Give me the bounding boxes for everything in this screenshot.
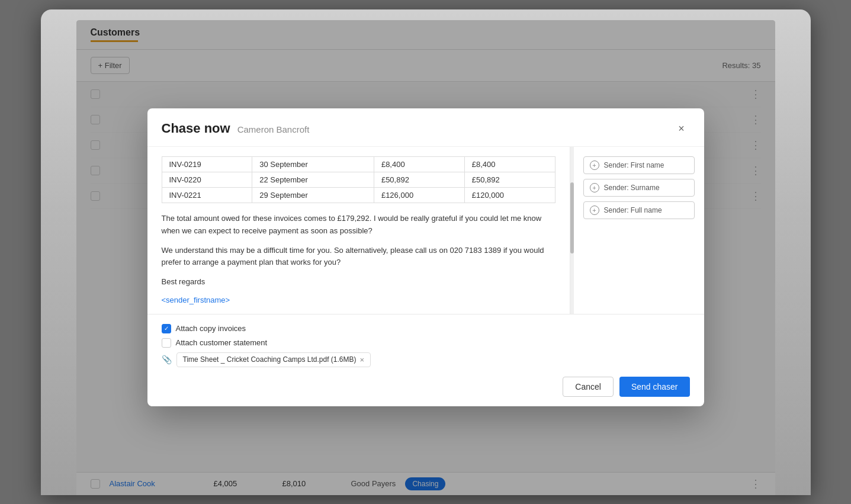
invoice-cell-outstanding: £120,000 — [464, 188, 555, 203]
invoice-table-row: INV-022129 September£126,000£120,000 — [162, 188, 555, 203]
attachments-section: Attach copy invoices Attach customer sta… — [162, 324, 690, 367]
plus-circle-icon: + — [590, 160, 599, 170]
email-sender-placeholder: <sender_firstname> — [162, 296, 555, 304]
modal-title-group: Chase now Cameron Bancroft — [162, 121, 310, 136]
invoice-cell-outstanding: £50,892 — [464, 172, 555, 188]
modal-subtitle: Cameron Bancroft — [237, 124, 310, 134]
attach-customer-statement-row: Attach customer statement — [162, 338, 690, 348]
file-tag: Time Sheet _ Cricket Coaching Camps Ltd.… — [176, 352, 371, 367]
file-name: Time Sheet _ Cricket Coaching Camps Ltd.… — [183, 355, 357, 364]
paperclip-icon: 📎 — [162, 355, 172, 364]
modal-header: Chase now Cameron Bancroft × — [147, 108, 704, 147]
scroll-track — [570, 147, 574, 314]
modal-left-content: INV-021930 September£8,400£8,400INV-0220… — [147, 147, 570, 314]
email-salutation: Best regards — [162, 276, 555, 288]
attach-copy-invoices-label: Attach copy invoices — [176, 324, 246, 333]
invoice-cell-date: 22 September — [252, 172, 374, 188]
invoice-cell-amount: £8,400 — [374, 157, 464, 172]
sidebar-insert-button[interactable]: +Sender: Surname — [583, 179, 695, 197]
plus-circle-icon: + — [590, 206, 599, 215]
sidebar-insert-button[interactable]: +Sender: First name — [583, 156, 695, 174]
footer-actions: Cancel Send chaser — [162, 377, 690, 397]
attach-customer-statement-label: Attach customer statement — [176, 338, 268, 347]
modal-body: INV-021930 September£8,400£8,400INV-0220… — [147, 147, 704, 314]
invoice-cell-id: INV-0220 — [162, 172, 252, 188]
laptop-shell: Customers + Filter Results: 35 ⋮ — [41, 9, 811, 495]
invoice-cell-id: INV-0219 — [162, 157, 252, 172]
sidebar-button-label: Sender: Full name — [604, 206, 662, 214]
sidebar-insert-button[interactable]: +Sender: Full name — [583, 201, 695, 219]
invoice-cell-amount: £126,000 — [374, 188, 464, 203]
invoice-table: INV-021930 September£8,400£8,400INV-0220… — [162, 156, 555, 203]
invoice-table-row: INV-022022 September£50,892£50,892 — [162, 172, 555, 188]
laptop-screen: Customers + Filter Results: 35 ⋮ — [76, 20, 775, 495]
cancel-button[interactable]: Cancel — [563, 377, 614, 397]
modal-title: Chase now — [162, 121, 230, 136]
attach-copy-invoices-checkbox[interactable] — [162, 324, 171, 333]
plus-circle-icon: + — [590, 183, 599, 192]
chase-now-modal: Chase now Cameron Bancroft × INV-021 — [147, 108, 704, 406]
invoice-cell-amount: £50,892 — [374, 172, 464, 188]
invoice-table-row: INV-021930 September£8,400£8,400 — [162, 157, 555, 172]
send-chaser-button[interactable]: Send chaser — [619, 377, 690, 397]
sidebar-button-label: Sender: First name — [604, 161, 664, 169]
file-attachment-row: 📎 Time Sheet _ Cricket Coaching Camps Lt… — [162, 352, 690, 367]
email-para2: We understand this may be a difficult ti… — [162, 245, 555, 269]
modal-overlay: Chase now Cameron Bancroft × INV-021 — [76, 20, 775, 495]
invoice-cell-id: INV-0221 — [162, 188, 252, 203]
app-background: Customers + Filter Results: 35 ⋮ — [76, 20, 775, 495]
sidebar-button-label: Sender: Surname — [604, 184, 660, 192]
modal-right-sidebar: +Sender: First name+Sender: Surname+Send… — [574, 147, 704, 314]
attach-copy-invoices-row: Attach copy invoices — [162, 324, 690, 333]
attach-customer-statement-checkbox[interactable] — [162, 338, 171, 348]
modal-close-button[interactable]: × — [673, 120, 690, 137]
email-para1: The total amount owed for these invoices… — [162, 213, 555, 237]
invoice-cell-date: 30 September — [252, 157, 374, 172]
scroll-thumb[interactable] — [570, 182, 574, 253]
invoice-cell-outstanding: £8,400 — [464, 157, 555, 172]
file-tag-close-button[interactable]: × — [360, 355, 365, 364]
modal-footer: Attach copy invoices Attach customer sta… — [147, 314, 704, 406]
invoice-cell-date: 29 September — [252, 188, 374, 203]
